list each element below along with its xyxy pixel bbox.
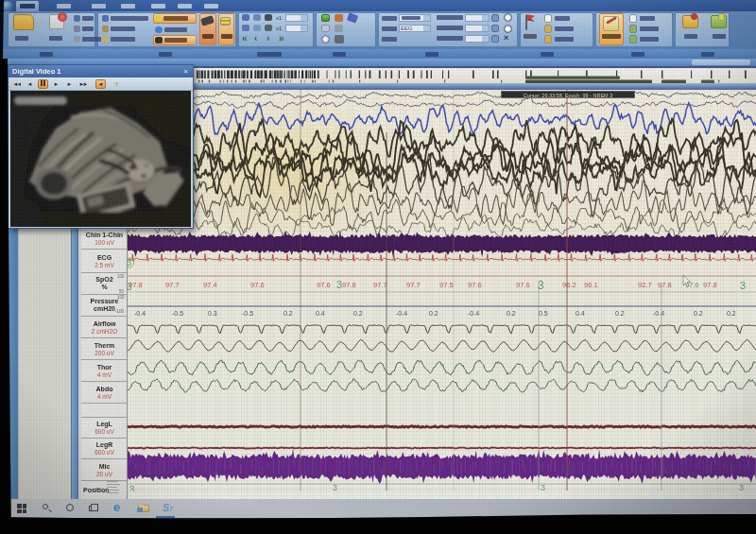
- svg-text:-0.4: -0.4: [396, 310, 407, 317]
- svg-text:3: 3: [333, 483, 337, 491]
- svg-text:97.5: 97.5: [439, 281, 454, 289]
- svg-text:97.6: 97.6: [516, 281, 530, 289]
- svg-text:0.2: 0.2: [353, 310, 363, 317]
- svg-text:97.7: 97.7: [373, 281, 387, 289]
- svg-text:97.8: 97.8: [703, 281, 717, 289]
- svg-text:3: 3: [128, 282, 132, 292]
- svg-text:97.4: 97.4: [203, 281, 217, 289]
- svg-text:-0.5: -0.5: [172, 310, 183, 317]
- svg-text:0.2: 0.2: [615, 310, 625, 317]
- svg-text:3: 3: [740, 280, 746, 291]
- svg-text:3: 3: [128, 258, 131, 267]
- svg-text:97.6: 97.6: [317, 281, 331, 289]
- svg-text:92.7: 92.7: [638, 281, 652, 289]
- svg-text:97.8: 97.8: [342, 281, 356, 289]
- svg-text:3: 3: [129, 484, 135, 491]
- svg-text:-0.5: -0.5: [242, 310, 253, 317]
- svg-text:97.7: 97.7: [165, 281, 180, 289]
- svg-text:0.2: 0.2: [284, 310, 293, 317]
- svg-text:0.2: 0.2: [694, 310, 703, 317]
- svg-text:0.2: 0.2: [507, 310, 516, 317]
- svg-text:-0.4: -0.4: [653, 310, 664, 317]
- svg-text:3: 3: [541, 483, 545, 491]
- svg-text:96.2: 96.2: [562, 281, 576, 289]
- svg-text:97.6: 97.6: [250, 281, 265, 289]
- svg-text:3: 3: [739, 483, 744, 491]
- svg-text:97.8: 97.8: [658, 281, 672, 289]
- svg-text:0.2: 0.2: [727, 310, 736, 317]
- svg-text:0.5: 0.5: [539, 310, 548, 317]
- svg-text:0.4: 0.4: [316, 310, 325, 317]
- svg-text:0.4: 0.4: [576, 310, 585, 317]
- svg-text:97.6: 97.6: [468, 281, 482, 289]
- svg-text:97.7: 97.7: [406, 281, 421, 289]
- svg-text:0.3: 0.3: [208, 310, 217, 317]
- svg-text:-0.4: -0.4: [134, 310, 146, 317]
- svg-text:0.2: 0.2: [429, 310, 438, 317]
- svg-text:96.1: 96.1: [584, 281, 598, 289]
- svg-text:3: 3: [336, 279, 342, 290]
- svg-text:-0.4: -0.4: [468, 310, 479, 317]
